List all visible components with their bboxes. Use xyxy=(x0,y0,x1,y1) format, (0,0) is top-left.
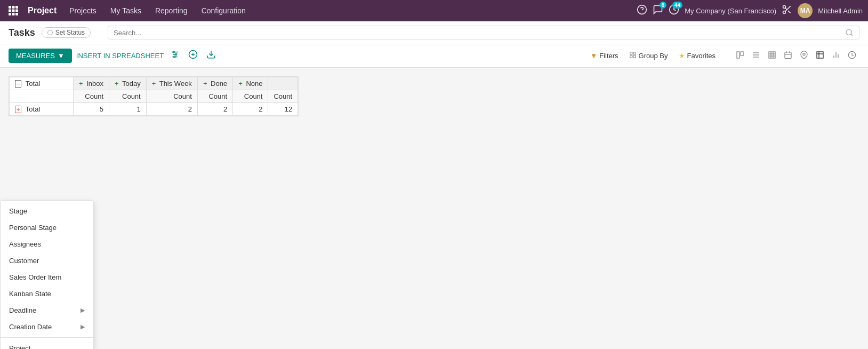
svg-rect-7 xyxy=(12,13,15,15)
dropdown-item-deadline[interactable]: Deadline ▶ xyxy=(1,302,93,319)
svg-point-17 xyxy=(846,29,852,35)
dropdown-item-personal-stage[interactable]: Personal Stage xyxy=(1,219,93,236)
dropdown-item-project[interactable]: Project xyxy=(1,340,93,349)
dropdown-item-sales-order-item[interactable]: Sales Order Item xyxy=(1,269,93,285)
search-input[interactable] xyxy=(114,29,845,37)
set-status-button[interactable]: Set Status xyxy=(42,27,91,38)
svg-line-15 xyxy=(788,11,791,13)
svg-rect-38 xyxy=(769,52,775,58)
clock-badge: 44 xyxy=(672,2,682,9)
creation-date-arrow-icon: ▶ xyxy=(81,323,85,330)
search-bar xyxy=(108,26,859,39)
content-area: − Total + Inbox + Today + This Week xyxy=(0,68,868,349)
svg-rect-48 xyxy=(817,52,823,58)
svg-rect-30 xyxy=(633,52,636,54)
sales-order-item-label: Sales Order Item xyxy=(9,273,61,281)
svg-rect-8 xyxy=(15,13,18,15)
done-label: Done xyxy=(211,80,227,88)
sub-header: Tasks Set Status xyxy=(0,21,868,44)
none-label: None xyxy=(246,80,262,88)
pivot-view-button[interactable] xyxy=(813,49,827,64)
filters-label: Filters xyxy=(599,52,618,60)
list-view-button[interactable] xyxy=(749,49,763,64)
search-icon xyxy=(845,28,854,37)
dropdown-item-kanban-state[interactable]: Kanban State xyxy=(1,285,93,302)
svg-rect-33 xyxy=(737,52,740,58)
download-icon[interactable] xyxy=(204,47,218,64)
project-label: Project xyxy=(9,344,30,349)
nav-right: 6 44 My Company (San Francisco) MA Mitch… xyxy=(637,3,863,18)
support-icon[interactable] xyxy=(637,4,647,18)
none-expand-icon[interactable]: + xyxy=(238,80,243,88)
expand-total-icon[interactable]: − xyxy=(15,80,21,88)
nav-reporting[interactable]: Reporting xyxy=(149,3,194,18)
chart-view-button[interactable] xyxy=(829,49,843,64)
toolbar: MEASURES ▼ INSERT IN SPREADSHEET ▼ Filte… xyxy=(0,44,868,68)
dropdown-overlay: Stage Personal Stage Assignees Customer … xyxy=(0,200,94,349)
total-done-val: 2 xyxy=(197,103,232,116)
nav-menu: Projects My Tasks Reporting Configuratio… xyxy=(63,3,634,18)
app-brand[interactable]: Project xyxy=(23,6,61,15)
total-header-label: Total xyxy=(26,80,40,88)
dropdown-item-customer[interactable]: Customer xyxy=(1,252,93,269)
scissors-icon[interactable] xyxy=(782,4,792,18)
col-today: + Today xyxy=(109,77,147,90)
nav-configuration[interactable]: Configuration xyxy=(195,3,252,18)
filter-icon: ▼ xyxy=(590,52,597,60)
map-view-button[interactable] xyxy=(797,49,811,64)
thisweek-label: This Week xyxy=(159,80,192,88)
apps-icon[interactable] xyxy=(5,3,21,19)
kanban-state-label: Kanban State xyxy=(9,290,51,298)
svg-rect-29 xyxy=(630,52,632,54)
group-by-dropdown: Stage Personal Stage Assignees Customer … xyxy=(0,200,94,349)
insert-spreadsheet-button[interactable]: INSERT IN SPREADSHEET xyxy=(76,52,164,60)
adjust-icon[interactable] xyxy=(168,47,182,64)
view-buttons xyxy=(733,49,859,64)
measures-button[interactable]: MEASURES ▼ xyxy=(9,49,72,63)
group-by-button[interactable]: Group By xyxy=(625,49,672,62)
measures-label: MEASURES xyxy=(16,52,55,60)
filters-button[interactable]: ▼ Filters xyxy=(586,50,622,62)
clock-icon[interactable]: 44 xyxy=(669,4,679,18)
dropdown-item-stage[interactable]: Stage xyxy=(1,203,93,219)
page-title: Tasks xyxy=(9,27,35,38)
today-expand-icon[interactable]: + xyxy=(115,80,119,88)
kanban-view-button[interactable] xyxy=(733,49,748,64)
col-none: + None xyxy=(233,77,268,90)
nav-projects[interactable]: Projects xyxy=(63,3,103,18)
svg-rect-0 xyxy=(9,6,11,9)
svg-rect-43 xyxy=(785,52,791,58)
calendar-view-button[interactable] xyxy=(781,49,795,64)
activity-view-button[interactable] xyxy=(845,49,859,64)
inbox-expand-icon[interactable]: + xyxy=(79,80,83,88)
chat-badge: 6 xyxy=(660,2,667,9)
stage-label: Stage xyxy=(9,207,27,215)
dropdown-item-assignees[interactable]: Assignees xyxy=(1,236,93,252)
table-row: + Total 5 1 2 2 2 12 xyxy=(10,103,298,116)
thisweek-expand-icon[interactable]: + xyxy=(152,80,156,88)
svg-point-24 xyxy=(174,56,175,58)
favorites-button[interactable]: ★ Favorites xyxy=(674,50,720,62)
chat-icon[interactable]: 6 xyxy=(653,4,663,18)
nav-my-tasks[interactable]: My Tasks xyxy=(104,3,148,18)
svg-point-13 xyxy=(783,11,786,13)
dropdown-divider xyxy=(1,337,93,338)
groupby-icon xyxy=(629,51,637,60)
pivot-container: − Total + Inbox + Today + This Week xyxy=(9,76,299,116)
svg-rect-32 xyxy=(630,55,632,58)
add-icon[interactable] xyxy=(186,47,200,64)
total-today-val: 1 xyxy=(109,103,147,116)
count-total-col: Count xyxy=(268,90,298,103)
total-grand-val: 12 xyxy=(268,103,298,116)
done-expand-icon[interactable]: + xyxy=(203,80,207,88)
svg-rect-3 xyxy=(9,10,11,12)
user-avatar[interactable]: MA xyxy=(798,3,813,18)
dropdown-item-creation-date[interactable]: Creation Date ▶ xyxy=(1,319,93,335)
svg-line-16 xyxy=(785,7,787,9)
total-row-expand-icon[interactable]: + xyxy=(15,106,21,113)
col-total xyxy=(268,77,298,90)
svg-point-23 xyxy=(175,54,177,55)
inbox-label: Inbox xyxy=(86,80,103,88)
grid-view-button[interactable] xyxy=(765,49,779,64)
count-today: Count xyxy=(109,90,147,103)
